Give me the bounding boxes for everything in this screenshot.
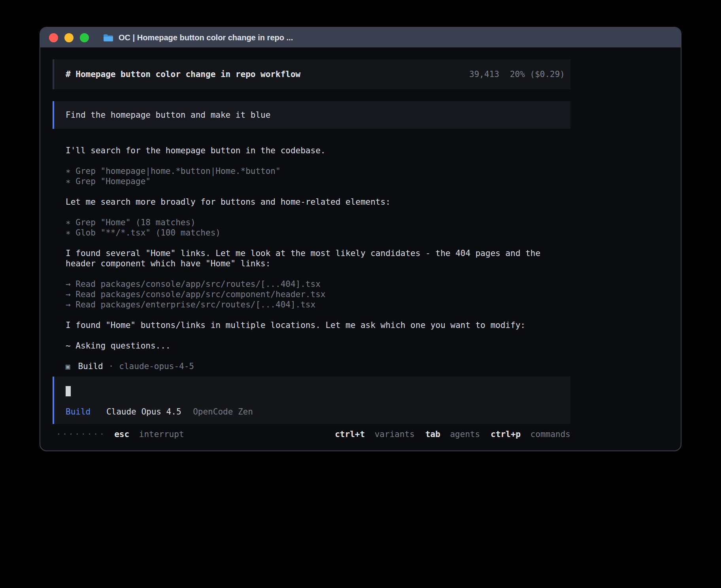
close-button[interactable] bbox=[49, 33, 58, 42]
tool-call-read: → Read packages/enterprise/src/routes/[.… bbox=[66, 300, 570, 310]
mode-badge[interactable]: Build bbox=[66, 407, 91, 416]
session-stats: 39,413 20% ($0.29) bbox=[469, 69, 565, 79]
tool-call-grep: ∗ Grep "homepage|home.*button|Home.*butt… bbox=[66, 166, 570, 176]
terminal-content: # Homepage button color change in repo w… bbox=[40, 47, 681, 439]
agent-icon: ▣ bbox=[66, 361, 70, 371]
session-header: # Homepage button color change in repo w… bbox=[53, 59, 570, 89]
agent-model-name: claude-opus-4-5 bbox=[119, 361, 194, 371]
tool-call-read: → Read packages/console/app/src/componen… bbox=[66, 289, 570, 300]
assistant-text: I'll search for the homepage button in t… bbox=[66, 145, 570, 156]
interrupt-label: interrupt bbox=[139, 430, 184, 439]
assistant-text: Let me search more broadly for buttons a… bbox=[66, 197, 570, 207]
session-title: # Homepage button color change in repo w… bbox=[66, 69, 300, 79]
user-message-text: Find the homepage button and make it blu… bbox=[66, 110, 270, 120]
shortcut-label: commands bbox=[530, 430, 570, 439]
shortcut-key: ctrl+p bbox=[491, 430, 521, 439]
model-label: Claude Opus 4.5 bbox=[106, 407, 181, 416]
terminal-window: OC | Homepage button color change in rep… bbox=[40, 27, 681, 451]
status-bar: ········ esc interrupt ctrl+t variants t… bbox=[53, 429, 570, 439]
interrupt-hint: esc interrupt bbox=[114, 429, 184, 439]
tool-call-grep: ∗ Grep "Home" (18 matches) bbox=[66, 217, 570, 228]
shortcut-agents: tab agents bbox=[425, 429, 480, 439]
window-title: OC | Homepage button color change in rep… bbox=[119, 33, 293, 42]
prompt-input[interactable]: Build Claude Opus 4.5 OpenCode Zen bbox=[53, 377, 570, 424]
separator-dot: · bbox=[109, 361, 114, 371]
agent-name: Build bbox=[78, 361, 103, 371]
tool-call-grep: ∗ Grep "Homepage" bbox=[66, 176, 570, 187]
input-line[interactable] bbox=[66, 386, 565, 396]
provider-label: OpenCode Zen bbox=[193, 407, 253, 416]
shortcut-key: ctrl+t bbox=[335, 430, 365, 439]
minimize-button[interactable] bbox=[64, 33, 74, 42]
context-usage: 20% ($0.29) bbox=[510, 69, 565, 79]
tool-call-read: → Read packages/console/app/src/routes/[… bbox=[66, 279, 570, 289]
assistant-text: I found "Home" buttons/links in multiple… bbox=[66, 320, 570, 330]
user-message: Find the homepage button and make it blu… bbox=[53, 101, 570, 129]
shortcut-hints: ctrl+t variants tab agents ctrl+p comman… bbox=[335, 429, 570, 439]
text-cursor bbox=[66, 386, 71, 396]
spinner-dots: ········ bbox=[56, 429, 106, 439]
status-asking-questions: ~ Asking questions... bbox=[66, 341, 570, 351]
conversation: I'll search for the homepage button in t… bbox=[53, 145, 570, 371]
maximize-button[interactable] bbox=[80, 33, 89, 42]
shortcut-label: agents bbox=[450, 430, 480, 439]
shortcut-commands: ctrl+p commands bbox=[491, 429, 570, 439]
shortcut-label: variants bbox=[375, 430, 415, 439]
folder-icon bbox=[103, 34, 113, 42]
assistant-text: I found several "Home" links. Let me loo… bbox=[66, 248, 570, 269]
token-count: 39,413 bbox=[469, 69, 499, 79]
tool-call-glob: ∗ Glob "**/*.tsx" (100 matches) bbox=[66, 228, 570, 238]
input-status-row: Build Claude Opus 4.5 OpenCode Zen bbox=[66, 407, 565, 417]
shortcut-variants: ctrl+t variants bbox=[335, 429, 415, 439]
esc-key: esc bbox=[114, 430, 129, 439]
agent-status-line: ▣ Build · claude-opus-4-5 bbox=[66, 361, 570, 371]
shortcut-key: tab bbox=[425, 430, 440, 439]
input-spacer bbox=[66, 396, 565, 407]
titlebar[interactable]: OC | Homepage button color change in rep… bbox=[40, 28, 681, 47]
